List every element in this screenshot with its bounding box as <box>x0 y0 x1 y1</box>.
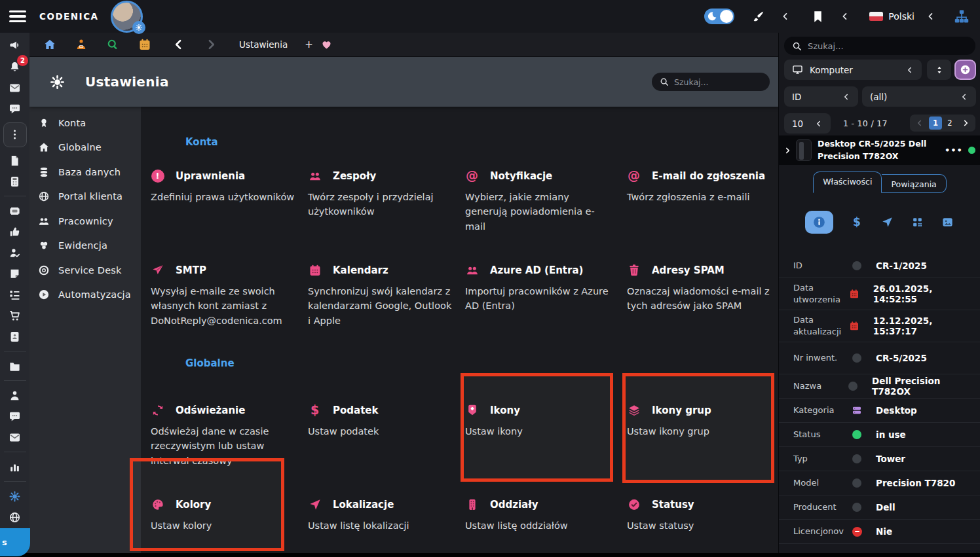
panel-search-input[interactable] <box>808 41 968 51</box>
theme-brush-icon[interactable] <box>751 10 765 24</box>
sidebar-item-label: Pracownicy <box>58 216 113 226</box>
settings-card-podatek[interactable]: $PodatekUstaw podatek <box>308 403 455 439</box>
finance-tab-button[interactable]: $ <box>850 216 863 229</box>
devices-icon[interactable] <box>0 174 29 189</box>
users-icon[interactable] <box>0 388 29 403</box>
back-chevron-icon[interactable] <box>172 37 186 52</box>
settings-card-ikony[interactable]: IkonyUstaw ikony <box>465 403 612 439</box>
tab-powiazania[interactable]: Powiązania <box>882 174 946 193</box>
messages-icon[interactable] <box>0 409 29 424</box>
tasks-icon[interactable] <box>0 287 29 302</box>
sitemap-icon[interactable] <box>954 9 970 24</box>
tab-wlasciwosci[interactable]: Właściwości <box>813 171 882 193</box>
property-value: in use <box>876 429 906 440</box>
qr-tab-button[interactable] <box>911 216 924 229</box>
worker-icon[interactable] <box>74 37 88 52</box>
email-icon[interactable] <box>0 430 29 445</box>
info-tab-button[interactable] <box>805 211 833 234</box>
sort-button[interactable] <box>927 60 951 80</box>
notifications-icon[interactable]: 2 <box>0 60 29 75</box>
value-filter-select[interactable]: (all) <box>862 86 976 107</box>
property-label: Kategoria <box>793 404 848 416</box>
sidebar-item-ewidencja[interactable]: Ewidencja <box>29 234 141 259</box>
documents-icon[interactable] <box>0 153 29 168</box>
settings-icon[interactable] <box>0 489 29 504</box>
sidebar-item-globalne[interactable]: Globalne <box>29 135 141 160</box>
sidebar-item-konta[interactable]: Konta <box>29 111 141 135</box>
sidebar-item-baza-danych[interactable]: Baza danych <box>29 160 141 185</box>
pagination-page-1[interactable]: 1 <box>929 117 942 130</box>
pagination-page-2[interactable]: 2 <box>943 117 956 130</box>
settings-card-kolory[interactable]: KoloryUstaw kolory <box>151 497 298 533</box>
sidebar-item-portal-klienta[interactable]: Portal klienta <box>29 185 141 209</box>
page-size-select[interactable]: 10 <box>784 113 831 134</box>
breadcrumb[interactable]: Ustawienia <box>239 39 288 50</box>
panel-search[interactable] <box>784 37 975 55</box>
add-tab-icon[interactable]: + <box>305 39 313 50</box>
settings-card-zespoły[interactable]: ZespołyTwórz zespoły i przydzielaj użytk… <box>308 169 455 219</box>
play-icon <box>38 289 50 300</box>
asset-list-item[interactable]: Desktop CR-5/2025 Dell Precision T782OX … <box>779 135 980 165</box>
settings-card-ikony-grup[interactable]: Ikony grupUstaw ikony grup <box>627 403 774 439</box>
location-tab-button[interactable] <box>880 216 894 229</box>
type-filter-select[interactable]: Komputer <box>784 60 922 80</box>
settings-card-azure-ad-entra-[interactable]: Azure AD (Entra)Importuj pracowników z A… <box>465 263 612 314</box>
home-icon[interactable] <box>43 37 57 52</box>
reports-icon[interactable] <box>0 459 29 475</box>
property-row-data-utworzenia: Data utworzenia26.01.2025, 14:52:55 <box>779 278 980 310</box>
tickets-icon[interactable] <box>0 204 29 219</box>
hamburger-menu-icon[interactable] <box>9 10 26 22</box>
bookmark-icon[interactable] <box>811 10 825 24</box>
image-tab-button[interactable] <box>941 216 954 229</box>
settings-card-uprawnienia[interactable]: !UprawnieniaZdefiniuj prawa użytkowników <box>151 169 298 204</box>
settings-card-odświeżanie[interactable]: OdświeżanieOdświeżaj dane w czasie rzecz… <box>151 403 298 468</box>
web-icon[interactable] <box>0 510 29 525</box>
orders-icon[interactable] <box>0 308 29 323</box>
pagination-prev-icon[interactable] <box>912 116 928 130</box>
more-actions-icon[interactable]: ••• <box>945 145 963 155</box>
sidebar-item-service-desk[interactable]: Service Desk <box>29 258 141 283</box>
mail-icon[interactable] <box>0 81 29 96</box>
user-avatar[interactable] <box>111 1 143 33</box>
pagination-next-icon[interactable] <box>958 116 973 130</box>
approvals-icon[interactable] <box>0 225 29 240</box>
property-value: Desktop <box>876 405 917 416</box>
detail-icon-tabs: $ <box>779 211 980 234</box>
sidebar-item-pracownicy[interactable]: Pracownicy <box>29 209 141 234</box>
settings-card-smtp[interactable]: SMTPWysyłaj e-maile ze swoich własnych k… <box>151 263 298 328</box>
chevron-left-icon[interactable] <box>781 12 790 21</box>
settings-card-notyfikacje[interactable]: @NotyfikacjeWybierz, jakie zmiany generu… <box>465 169 612 234</box>
more-modules-icon[interactable] <box>0 122 29 147</box>
chevron-left-icon[interactable] <box>926 12 935 21</box>
chat-widget-button[interactable]: s <box>0 528 30 556</box>
expand-chevron-icon[interactable] <box>783 147 791 154</box>
card-title: Notyfikacje <box>490 170 552 182</box>
page-search[interactable] <box>652 73 770 91</box>
settings-card-lokalizacje[interactable]: LokalizacjeUstaw listę lokalizacji <box>308 497 455 533</box>
settings-card-statusy[interactable]: StatusyUstaw statusy <box>627 497 774 533</box>
chevron-left-icon[interactable] <box>840 12 850 21</box>
forward-chevron-icon[interactable] <box>204 37 218 52</box>
notes-icon[interactable] <box>0 266 29 281</box>
settings-card-oddziały[interactable]: OddziałyUstaw listę oddziałów <box>465 497 612 533</box>
settings-card-e-mail-do-zgłoszenia[interactable]: @E-mail do zgłoszeniaTwórz zgłoszenia z … <box>627 169 774 204</box>
search-icon[interactable] <box>105 37 120 52</box>
favorite-heart-icon[interactable] <box>321 39 332 50</box>
files-icon[interactable] <box>0 359 29 374</box>
property-row-typ: TypTower <box>779 447 980 471</box>
language-label[interactable]: Polski <box>888 11 914 22</box>
assignments-icon[interactable] <box>0 245 29 261</box>
sidebar-item-automatyzacja[interactable]: Automatyzacja <box>29 283 141 308</box>
add-asset-button[interactable] <box>954 60 976 80</box>
settings-card-kalendarz[interactable]: KalendarzSynchronizuj swój kalendarz z k… <box>308 263 455 328</box>
page-search-input[interactable] <box>674 77 762 87</box>
chat-icon[interactable] <box>0 101 29 117</box>
plane-icon <box>151 263 164 277</box>
id-filter-select[interactable]: ID <box>784 86 858 107</box>
sidebar-item-label: Ewidencja <box>58 240 107 251</box>
calendar-icon[interactable] <box>138 37 152 52</box>
settings-card-adresy-spam[interactable]: Adresy SPAMOznaczaj wiadomości e-mail z … <box>627 263 774 314</box>
dark-mode-toggle[interactable] <box>704 9 734 24</box>
announcements-icon[interactable] <box>0 39 29 54</box>
contacts-icon[interactable] <box>0 329 29 344</box>
